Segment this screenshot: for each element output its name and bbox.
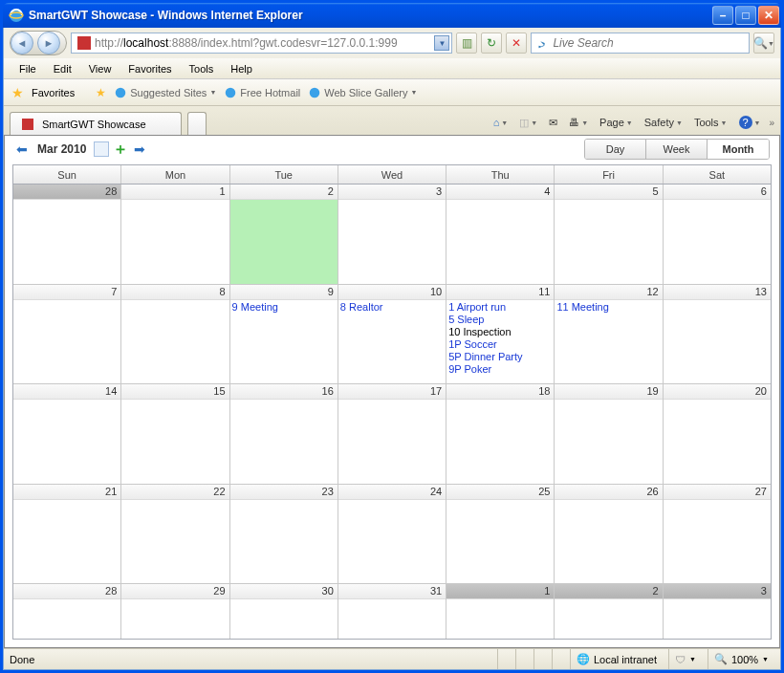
chevron-right-icon[interactable]: »: [769, 118, 774, 128]
calendar-cell[interactable]: 3: [338, 185, 446, 284]
calendar-cell[interactable]: 17: [338, 384, 446, 484]
print-button[interactable]: 🖶▼: [566, 115, 591, 130]
cell-body: [121, 300, 229, 384]
calendar-cell[interactable]: 99 Meeting: [230, 285, 338, 384]
tools-menu[interactable]: Tools▼: [691, 115, 730, 130]
calendar-cell[interactable]: 6: [664, 185, 771, 284]
zoom-control[interactable]: 🔍 100% ▼: [708, 649, 774, 669]
calendar-cell[interactable]: 29: [121, 584, 229, 639]
calendar-cell[interactable]: 1: [446, 584, 555, 639]
date-picker-button[interactable]: [94, 141, 109, 157]
prev-month-button[interactable]: ⬅: [14, 141, 30, 157]
calendar-event[interactable]: 10 Inspection: [448, 326, 552, 338]
calendar-cell[interactable]: 7: [13, 285, 121, 384]
cell-body: [230, 200, 338, 284]
calendar-event[interactable]: 1 Airport run: [448, 301, 552, 314]
tab-showcase[interactable]: SmartGWT Showcase: [10, 112, 182, 135]
stop-button[interactable]: ✕: [506, 33, 527, 54]
date-number: 20: [664, 384, 771, 400]
calendar-cell[interactable]: 25: [446, 485, 555, 584]
date-number: 5: [555, 185, 662, 200]
add-event-button[interactable]: ＋: [113, 140, 128, 160]
next-month-button[interactable]: ➡: [132, 141, 147, 157]
calendar-event[interactable]: 5P Dinner Party: [448, 351, 552, 363]
calendar-cell[interactable]: 1211 Meeting: [555, 285, 663, 384]
calendar-cell[interactable]: 14: [13, 384, 121, 484]
calendar-cell[interactable]: 23: [230, 485, 338, 584]
calendar-cell[interactable]: 16: [230, 384, 338, 484]
menu-edit[interactable]: Edit: [46, 61, 79, 76]
view-week[interactable]: Week: [646, 140, 708, 159]
calendar-cell[interactable]: 19: [555, 384, 663, 484]
back-button[interactable]: ◄: [11, 32, 33, 54]
mail-button[interactable]: ✉: [546, 115, 560, 131]
add-favorite-icon[interactable]: ★: [96, 86, 106, 99]
calendar-cell[interactable]: 2: [555, 584, 663, 639]
calendar-cell[interactable]: 18: [446, 384, 555, 484]
calendar-cell[interactable]: 15: [121, 384, 229, 484]
menu-favorites[interactable]: Favorites: [120, 61, 179, 76]
view-day[interactable]: Day: [585, 140, 646, 159]
search-bar[interactable]: [531, 33, 750, 54]
calendar-cell[interactable]: 3: [664, 584, 771, 639]
favorites-star-icon[interactable]: ★: [11, 85, 24, 100]
calendar-cell[interactable]: 20: [664, 384, 771, 484]
calendar-week-row: 21222324252627: [13, 485, 771, 585]
safety-menu[interactable]: Safety▼: [642, 115, 686, 130]
compat-button[interactable]: ▥: [456, 33, 477, 54]
protected-mode[interactable]: 🛡▼: [668, 649, 702, 669]
calendar-cell[interactable]: 13: [664, 285, 771, 384]
cell-body: [555, 200, 662, 284]
calendar-event[interactable]: 11 Meeting: [556, 301, 660, 314]
new-tab-button[interactable]: [187, 112, 207, 135]
calendar-event[interactable]: 9 Meeting: [232, 301, 336, 314]
calendar-cell[interactable]: 5: [555, 185, 663, 284]
calendar-cell[interactable]: 28: [13, 185, 121, 284]
minimize-button[interactable]: –: [712, 6, 733, 25]
address-dropdown[interactable]: ▼: [434, 35, 449, 51]
forward-button[interactable]: ►: [37, 32, 60, 54]
fav-suggested-sites[interactable]: Suggested Sites▼: [114, 86, 216, 99]
calendar-event[interactable]: 8 Realtor: [340, 301, 444, 314]
menu-help[interactable]: Help: [223, 61, 260, 76]
address-bar[interactable]: http://localhost:8888/index.html?gwt.cod…: [71, 33, 452, 54]
search-go-button[interactable]: 🔍▼: [753, 33, 774, 54]
menu-file[interactable]: File: [11, 61, 44, 76]
fav-free-hotmail[interactable]: Free Hotmail: [224, 86, 300, 99]
calendar-cell[interactable]: 28: [13, 584, 121, 639]
maximize-button[interactable]: □: [735, 6, 756, 25]
calendar-cell[interactable]: 30: [230, 584, 338, 639]
calendar-cell[interactable]: 111 Airport run5 Sleep10 Inspection1P So…: [446, 285, 555, 384]
calendar-cell[interactable]: 31: [338, 584, 446, 639]
status-done: Done: [10, 654, 34, 665]
calendar-event[interactable]: 5 Sleep: [448, 314, 552, 326]
feeds-button[interactable]: ◫▼: [516, 115, 540, 131]
refresh-button[interactable]: ↻: [481, 33, 502, 54]
dayhead-mon: Mon: [121, 165, 229, 184]
home-button[interactable]: ⌂▼: [490, 115, 512, 130]
date-number: 13: [664, 285, 771, 300]
page-menu[interactable]: Page▼: [597, 115, 636, 130]
search-input[interactable]: [553, 36, 745, 50]
calendar-cell[interactable]: 108 Realtor: [338, 285, 446, 384]
calendar-event[interactable]: 1P Soccer: [448, 338, 552, 351]
calendar-cell[interactable]: 24: [338, 485, 446, 584]
help-button[interactable]: ?▼: [736, 114, 764, 131]
zone-segment[interactable]: 🌐 Local intranet: [570, 649, 663, 669]
menu-view[interactable]: View: [81, 61, 120, 76]
view-month[interactable]: Month: [708, 140, 769, 159]
calendar-cell[interactable]: 4: [446, 185, 555, 284]
close-button[interactable]: ✕: [758, 6, 779, 25]
favorites-label[interactable]: Favorites: [32, 87, 75, 98]
calendar-cell[interactable]: 2: [230, 185, 338, 284]
fav-web-slice[interactable]: Web Slice Gallery▼: [308, 86, 417, 99]
calendar-cell[interactable]: 1: [121, 185, 229, 284]
calendar-cell[interactable]: 21: [13, 485, 121, 584]
calendar-cell[interactable]: 22: [121, 485, 229, 584]
calendar-cell[interactable]: 26: [555, 485, 663, 584]
rss-icon: ◫: [519, 117, 529, 129]
calendar-cell[interactable]: 8: [121, 285, 229, 384]
calendar-cell[interactable]: 27: [664, 485, 771, 584]
menu-tools[interactable]: Tools: [182, 61, 222, 76]
calendar-event[interactable]: 9P Poker: [448, 363, 552, 376]
